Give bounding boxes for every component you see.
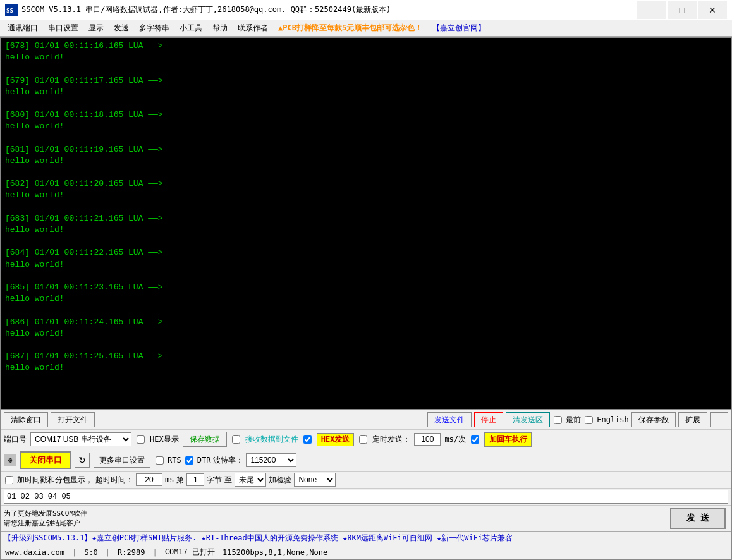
more-settings-button[interactable]: 更多串口设置 [94, 453, 150, 468]
menu-bar: 通讯端口 串口设置 显示 发送 多字符串 小工具 帮助 联系作者 ▲PCB打样降… [0, 20, 732, 37]
rts-label: RTS [168, 456, 181, 465]
save-params-button[interactable]: 保存参数 [631, 412, 676, 427]
menu-pcb-promo[interactable]: ▲PCB打样降至每款5元顺丰包邮可选杂色！ [273, 21, 427, 35]
page-input[interactable] [186, 473, 204, 486]
clear-window-button[interactable]: 清除窗口 [4, 412, 48, 427]
menu-display[interactable]: 显示 [83, 21, 109, 35]
ticker-bar: 【升级到SSCOM5.13.1】★嘉立创PCB打样SMT贴片服务. ★RT-Th… [1, 531, 731, 545]
to-label: 至 [224, 475, 232, 485]
send-button[interactable]: 发 送 [670, 508, 726, 529]
menu-tools[interactable]: 小工具 [174, 21, 207, 35]
status-s: S:0 [84, 548, 98, 557]
window-title: SSCOM V5.13.1 串口/网络数据调试器,作者:大虾丁丁,2618058… [21, 4, 637, 15]
timeout-unit: ms [165, 475, 174, 484]
close-port-button[interactable]: 关闭串口 [20, 451, 71, 469]
send-area [1, 489, 731, 506]
close-button[interactable]: ✕ [698, 1, 727, 19]
menu-send[interactable]: 发送 [109, 21, 134, 35]
main-window: [678] 01/01 00:11:16.165 LUA ——>hello wo… [0, 37, 732, 560]
english-label: English [597, 415, 629, 424]
add-crlf-checkbox[interactable] [471, 435, 479, 444]
refresh-button[interactable]: ↻ [75, 453, 90, 468]
promote-text: 为了更好地发展SSCOM软件请您注册嘉立创结尾客户 [4, 509, 666, 528]
most-recent-checkbox[interactable] [554, 416, 562, 424]
status-port-info: 115200bps,8,1,None,None [223, 548, 327, 557]
hex-display-checkbox[interactable] [137, 435, 145, 444]
pos-select[interactable]: 未尾 [235, 473, 266, 487]
bottom-area: 清除窗口 打开文件 发送文件 停止 清发送区 最前 English 保存参数 扩… [1, 409, 731, 531]
app-icon: SS [5, 4, 18, 16]
recv-to-file-checkbox[interactable] [232, 435, 240, 444]
timeout-label: 超时时间： [95, 475, 133, 485]
port-label: 端口号 [4, 434, 27, 445]
menu-help[interactable]: 帮助 [207, 21, 233, 35]
toolbar-row4: 加时间戳和分包显示， 超时时间： ms 第 字节 至 未尾 加检验 None C… [1, 472, 731, 489]
timestamp-checkbox[interactable] [5, 476, 13, 484]
status-bar: www.daxia.com | S:0 | R:2989 | COM17 已打开… [1, 545, 731, 559]
toolbar-row3: ⚙ 关闭串口 ↻ 更多串口设置 RTS DTR 波特率： 115200 9600… [1, 449, 731, 472]
svg-text:SS: SS [6, 8, 13, 14]
rts-dtr-area: RTS DTR 波特率： 115200 9600 38400 57600 [154, 453, 296, 467]
timed-unit-label: ms/次 [444, 434, 466, 445]
hex-display-label: HEX显示 [150, 434, 179, 445]
terminal-output[interactable]: [678] 01/01 00:11:16.165 LUA ——>hello wo… [1, 38, 731, 409]
ticker-text: 【升级到SSCOM5.13.1】★嘉立创PCB打样SMT贴片服务. ★RT-Th… [4, 533, 513, 544]
menu-communications[interactable]: 通讯端口 [3, 21, 43, 35]
timestamp-label: 加时间戳和分包显示， [17, 475, 93, 485]
baud-label: 波特率： [213, 455, 243, 466]
baud-select[interactable]: 115200 9600 38400 57600 [246, 453, 296, 467]
toolbar-row2: 端口号 COM17 USB 串行设备 HEX显示 保存数据 接收数据到文件 HE… [1, 430, 731, 449]
page-label: 第 [176, 475, 184, 485]
dtr-checkbox[interactable] [185, 456, 193, 465]
menu-multistring[interactable]: 多字符串 [134, 21, 174, 35]
status-website: www.daxia.com [5, 548, 64, 557]
maximize-button[interactable]: □ [668, 1, 697, 19]
stop-button[interactable]: 停止 [474, 412, 503, 427]
checksum-label: 加检验 [269, 475, 291, 485]
open-file-button[interactable]: 打开文件 [51, 412, 95, 427]
status-r: R:2989 [118, 548, 145, 557]
menu-port-settings[interactable]: 串口设置 [43, 21, 83, 35]
english-checkbox[interactable] [585, 416, 593, 424]
gear-icon[interactable]: ⚙ [4, 454, 16, 466]
recv-to-file-label: 接收数据到文件 [245, 434, 298, 445]
clear-send-button[interactable]: 清发送区 [506, 412, 550, 427]
save-data-button[interactable]: 保存数据 [183, 432, 227, 447]
status-port: COM17 已打开 [165, 547, 215, 557]
timed-send-checkbox[interactable] [359, 435, 367, 444]
timed-send-label: 定时发送： [372, 434, 410, 445]
dtr-label: DTR [197, 456, 211, 465]
dash-button[interactable]: — [710, 412, 728, 427]
toolbar-row1: 清除窗口 打开文件 发送文件 停止 清发送区 最前 English 保存参数 扩… [1, 410, 731, 430]
send-file-button[interactable]: 发送文件 [427, 412, 472, 427]
send-input[interactable] [4, 490, 728, 504]
byte-label: 字节 [207, 475, 222, 485]
add-crlf-button[interactable]: 加回车执行 [484, 432, 532, 447]
minimize-button[interactable]: — [637, 1, 666, 19]
title-bar: SS SSCOM V5.13.1 串口/网络数据调试器,作者:大虾丁丁,2618… [0, 0, 732, 20]
send-btn-row: 为了更好地发展SSCOM软件请您注册嘉立创结尾客户 发 送 [1, 506, 731, 531]
checksum-select[interactable]: None CRC16 Sum [294, 473, 336, 487]
rts-checkbox[interactable] [156, 456, 164, 465]
hex-send-label: HEX发送 [317, 433, 355, 446]
window-controls: — □ ✕ [637, 1, 727, 19]
menu-jlc-website[interactable]: 【嘉立创官网】 [427, 21, 491, 35]
expand-button[interactable]: 扩展 [678, 412, 707, 427]
hex-send-checkbox[interactable] [303, 435, 312, 444]
menu-contact[interactable]: 联系作者 [233, 21, 273, 35]
timeout-input[interactable] [136, 473, 162, 486]
timed-interval-input[interactable] [414, 433, 441, 446]
most-recent-label: 最前 [566, 415, 581, 425]
port-select[interactable]: COM17 USB 串行设备 [30, 432, 131, 446]
